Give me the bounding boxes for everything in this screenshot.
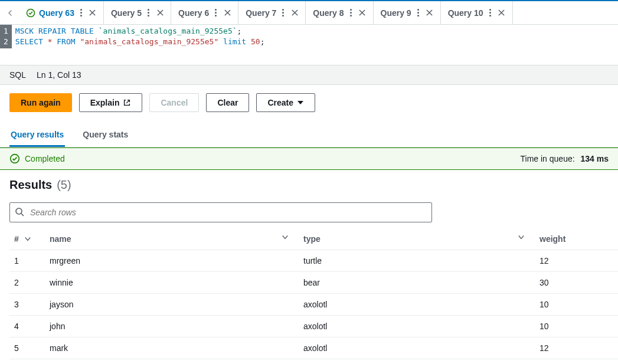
check-circle-icon [9, 153, 20, 164]
editor-cursor-position: Ln 1, Col 13 [37, 70, 81, 80]
table-row: 3jaysonaxolotl10 [9, 294, 618, 316]
tab-query-9[interactable]: Query 9 [374, 1, 441, 24]
search-input[interactable] [9, 202, 432, 222]
results-title: Results [9, 178, 52, 191]
sort-icon [25, 236, 31, 242]
results-count: (5) [57, 178, 71, 191]
create-button[interactable]: Create [256, 93, 315, 112]
tab-close-button[interactable] [290, 8, 299, 18]
tab-menu-button[interactable] [280, 9, 286, 17]
tab-menu-button[interactable] [78, 9, 84, 17]
col-header-type[interactable]: type [299, 228, 535, 250]
search-icon [15, 207, 24, 217]
close-icon [498, 9, 505, 16]
tabs-prev-button[interactable] [2, 5, 19, 21]
table-row: 1mrgreenturtle12 [9, 250, 618, 272]
tab-label: Query 6 [178, 8, 209, 18]
results-tabs: Query results Query stats [0, 120, 618, 147]
table-row: 2winniebear30 [9, 272, 618, 294]
svg-point-2 [16, 208, 22, 214]
col-header-index[interactable]: # [9, 228, 45, 250]
tab-label: Query 63 [39, 8, 74, 18]
external-link-icon [123, 99, 131, 107]
tab-menu-button[interactable] [145, 9, 152, 17]
tab-close-button[interactable] [88, 8, 97, 18]
tab-label: Query 9 [381, 8, 411, 18]
check-circle-icon [26, 8, 35, 18]
tab-menu-button[interactable] [415, 9, 421, 17]
close-icon [292, 9, 298, 16]
table-row: 5markaxolotl12 [9, 337, 618, 359]
queue-value: 134 ms [581, 154, 609, 163]
tab-close-button[interactable] [223, 8, 232, 18]
tab-close-button[interactable] [155, 8, 165, 18]
tab-query-63[interactable]: Query 63 [19, 1, 104, 24]
editor-statusbar: SQL Ln 1, Col 13 [0, 65, 618, 85]
sort-icon [518, 234, 524, 240]
tab-menu-button[interactable] [212, 9, 219, 17]
tab-query-10[interactable]: Query 10 [441, 1, 513, 24]
chevron-left-icon [7, 9, 14, 17]
editor-language: SQL [9, 70, 26, 80]
close-icon [89, 9, 96, 16]
tab-query-6[interactable]: Query 6 [171, 1, 238, 24]
queue-label: Time in queue: [521, 154, 575, 163]
close-icon [359, 9, 365, 16]
tab-label: Query 7 [246, 8, 276, 18]
tab-label: Query 10 [448, 8, 483, 18]
tab-menu-button[interactable] [348, 9, 354, 17]
editor-gutter: 1 2 [0, 25, 12, 48]
editor-code[interactable]: MSCK REPAIR TABLE `animals_catalogs_main… [12, 25, 618, 48]
tab-close-button[interactable] [358, 8, 367, 18]
cancel-button: Cancel [149, 93, 199, 112]
close-icon [224, 9, 231, 16]
results-table: # name type weight 1mrgreenturtle12 2win… [9, 228, 618, 359]
tab-menu-button[interactable] [487, 9, 493, 17]
results-search [9, 202, 432, 222]
caret-down-icon [297, 99, 304, 106]
col-header-name[interactable]: name [45, 228, 299, 250]
run-again-button[interactable]: Run again [9, 93, 72, 112]
tab-query-results[interactable]: Query results [9, 125, 65, 147]
results-header: Results (5) [0, 170, 618, 196]
query-toolbar: Run again Explain Cancel Clear Create [0, 85, 618, 120]
col-header-weight[interactable]: weight [535, 228, 618, 250]
tab-query-8[interactable]: Query 8 [306, 1, 373, 24]
table-row: 4johnaxolotl10 [9, 316, 618, 337]
query-status-banner: Completed Time in queue: 134 ms [0, 147, 618, 170]
tab-query-stats[interactable]: Query stats [81, 125, 129, 147]
close-icon [157, 9, 164, 16]
query-tabs: Query 63 Query 5 Query 6 Query 7 Query 8… [0, 1, 618, 25]
status-text: Completed [25, 154, 65, 163]
tab-label: Query 5 [111, 8, 142, 18]
explain-button[interactable]: Explain [79, 93, 143, 112]
tab-close-button[interactable] [497, 8, 506, 18]
sort-icon [282, 234, 288, 240]
clear-button[interactable]: Clear [206, 93, 249, 112]
close-icon [426, 9, 433, 16]
tab-query-7[interactable]: Query 7 [238, 1, 306, 24]
sql-editor[interactable]: 1 2 MSCK REPAIR TABLE `animals_catalogs_… [0, 25, 618, 48]
tab-query-5[interactable]: Query 5 [104, 1, 171, 24]
tab-close-button[interactable] [425, 8, 434, 18]
tab-label: Query 8 [313, 8, 344, 18]
